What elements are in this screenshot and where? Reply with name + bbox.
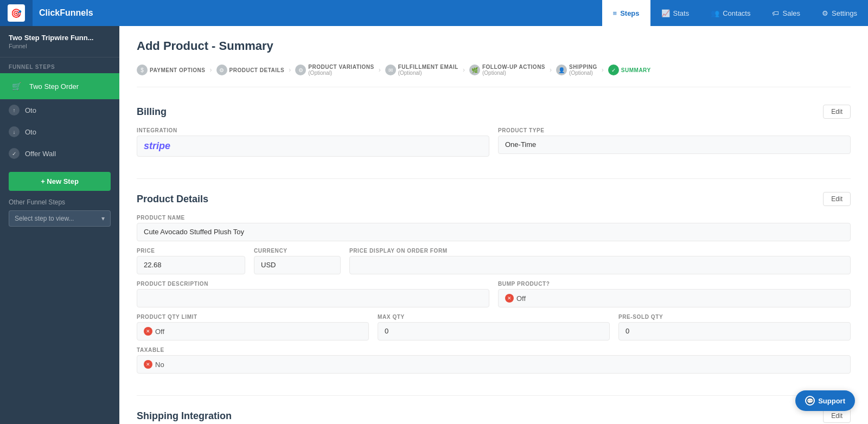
bump-product-group: BUMP PRODUCT? ✕ Off (498, 281, 851, 307)
support-label: Support (818, 397, 845, 405)
billing-section-title: Billing (137, 106, 167, 118)
payment-options-label: PAYMENT OPTIONS (150, 67, 206, 73)
crumb-arrow-2: › (289, 66, 291, 74)
sidebar-item-oto-2-label: Oto (25, 128, 36, 136)
sidebar-item-offer-wall-label: Offer Wall (25, 150, 56, 158)
breadcrumb-shipping[interactable]: 👤 SHIPPING (Optional) (556, 64, 597, 76)
select-step-placeholder: Select step to view... (15, 215, 74, 222)
check-icon: ✓ (9, 148, 20, 159)
chevron-down-icon: ▾ (101, 215, 105, 222)
qty-row: PRODUCT QTY LIMIT ✕ Off MAX QTY 0 PRE-SO… (137, 314, 851, 341)
product-details-section-header: Product Details Edit (137, 192, 851, 206)
taxable-label: TAXABLE (137, 347, 851, 353)
follow-up-actions-sub: (Optional) (482, 70, 545, 76)
billing-integration-group: INTEGRATION stripe (137, 127, 489, 157)
sidebar-item-oto-1[interactable]: ↑ Oto (0, 99, 119, 121)
bump-off-badge: ✕ Off (505, 294, 844, 303)
cart-icon: 🛒 (9, 79, 24, 94)
sidebar-item-two-step-order[interactable]: 🛒 Two Step Order (0, 73, 119, 99)
select-step-dropdown[interactable]: Select step to view... ▾ (9, 210, 111, 227)
product-description-value (137, 289, 489, 307)
price-display-label: PRICE DISPLAY ON ORDER FORM (349, 248, 851, 254)
tab-contacts[interactable]: 👥 Contacts (700, 0, 761, 26)
support-button[interactable]: 💬 Support (795, 390, 855, 411)
currency-value: USD (254, 256, 341, 274)
tab-sales-label: Sales (782, 9, 800, 17)
new-step-button[interactable]: + New Step (9, 172, 111, 191)
pre-sold-qty-label: PRE-SOLD QTY (618, 314, 851, 320)
brand-name: ClickFunnels (39, 8, 93, 18)
price-row: PRICE 22.68 CURRENCY USD PRICE DISPLAY O… (137, 248, 851, 274)
tab-sales[interactable]: 🏷 Sales (761, 0, 811, 26)
sidebar-item-oto-2[interactable]: ↓ Oto (0, 121, 119, 143)
pre-sold-qty-value: 0 (618, 322, 851, 341)
follow-up-actions-label: FOLLOW-UP ACTIONS (482, 64, 545, 70)
bump-product-label: BUMP PRODUCT? (498, 281, 851, 287)
breadcrumb-payment-options[interactable]: $ PAYMENT OPTIONS (137, 65, 206, 75)
billing-section-header: Billing Edit (137, 105, 851, 119)
qty-off-badge: ✕ Off (144, 327, 362, 336)
billing-section: Billing Edit INTEGRATION stripe PRODUCT … (137, 105, 851, 179)
follow-up-actions-icon: 🌿 (469, 65, 480, 75)
breadcrumb-product-details[interactable]: ⚙ PRODUCT DETAILS (216, 65, 285, 75)
billing-product-type-value: One-Time (498, 136, 851, 154)
tab-stats[interactable]: 📈 Stats (650, 0, 700, 26)
max-qty-label: MAX QTY (378, 314, 610, 320)
chat-icon: 💬 (805, 396, 815, 406)
billing-integration-value: stripe (137, 136, 489, 157)
funnel-sub: Funnel (9, 43, 111, 49)
shipping-icon: 👤 (556, 65, 567, 75)
bump-product-value: ✕ Off (498, 289, 851, 307)
sidebar: Two Step Tripwire Funn... Funnel FUNNEL … (0, 26, 119, 424)
arrow-up-icon: ↑ (9, 105, 20, 115)
other-funnel-steps-label: Other Funnel Steps (0, 198, 119, 210)
qty-off-text: Off (155, 327, 164, 336)
sidebar-header: Two Step Tripwire Funn... Funnel (0, 26, 119, 57)
product-description-group: PRODUCT DESCRIPTION (137, 281, 489, 307)
product-details-edit-button[interactable]: Edit (823, 192, 851, 206)
taxable-text: No (155, 361, 164, 369)
fulfillment-email-icon: ✉ (385, 65, 396, 75)
breadcrumb-summary[interactable]: ✓ SUMMARY (608, 65, 651, 75)
crumb-arrow-3: › (379, 66, 381, 74)
payment-options-icon: $ (137, 65, 148, 75)
sales-icon: 🏷 (772, 9, 779, 17)
sidebar-item-offer-wall[interactable]: ✓ Offer Wall (0, 143, 119, 164)
taxable-row: TAXABLE ✕ No (137, 347, 851, 374)
tab-settings[interactable]: ⚙ Settings (811, 0, 868, 26)
shipping-sub: (Optional) (569, 70, 597, 76)
currency-group: CURRENCY USD (254, 248, 341, 274)
crumb-arrow-6: › (602, 66, 604, 74)
red-circle-icon: ✕ (505, 294, 514, 303)
breadcrumb-product-variations[interactable]: ⚙ PRODUCT VARIATIONS (Optional) (295, 64, 374, 76)
product-name-group: PRODUCT NAME Cute Avocado Stuffed Plush … (137, 215, 851, 241)
sidebar-item-oto-1-label: Oto (25, 106, 36, 114)
main-layout: Two Step Tripwire Funn... Funnel FUNNEL … (0, 26, 868, 424)
qty-limit-value: ✕ Off (137, 322, 369, 341)
billing-product-type-label: PRODUCT TYPE (498, 127, 851, 133)
chart-icon: 📈 (661, 9, 670, 17)
breadcrumb-fulfillment-email[interactable]: ✉ FULFILLMENT EMAIL (Optional) (385, 64, 458, 76)
breadcrumb-follow-up-actions[interactable]: 🌿 FOLLOW-UP ACTIONS (Optional) (469, 64, 545, 76)
funnel-name: Two Step Tripwire Funn... (9, 34, 111, 42)
max-qty-value: 0 (378, 322, 610, 341)
shipping-label: SHIPPING (569, 64, 597, 70)
billing-fields-row: INTEGRATION stripe PRODUCT TYPE One-Time (137, 127, 851, 157)
sidebar-item-two-step-order-label: Two Step Order (29, 82, 79, 91)
funnel-steps-label: FUNNEL STEPS (0, 57, 119, 73)
price-display-group: PRICE DISPLAY ON ORDER FORM (349, 248, 851, 274)
tab-steps[interactable]: ≡ Steps (602, 0, 650, 26)
tab-steps-label: Steps (620, 9, 639, 17)
billing-edit-button[interactable]: Edit (823, 105, 851, 119)
shipping-integration-section-title: Shipping Integration (137, 410, 232, 422)
top-nav: 🎯 ClickFunnels ≡ Steps 📈 Stats 👥 Contact… (0, 0, 868, 26)
summary-label: SUMMARY (621, 67, 651, 73)
top-nav-tabs: ≡ Steps 📈 Stats 👥 Contacts 🏷 Sales ⚙ Set… (602, 0, 868, 26)
product-name-label: PRODUCT NAME (137, 215, 851, 221)
product-variations-icon: ⚙ (295, 65, 306, 75)
product-name-value: Cute Avocado Stuffed Plush Toy (137, 223, 851, 241)
qty-limit-group: PRODUCT QTY LIMIT ✕ Off (137, 314, 369, 341)
tab-settings-label: Settings (832, 9, 857, 17)
billing-product-type-group: PRODUCT TYPE One-Time (498, 127, 851, 157)
crumb-arrow-5: › (550, 66, 552, 74)
